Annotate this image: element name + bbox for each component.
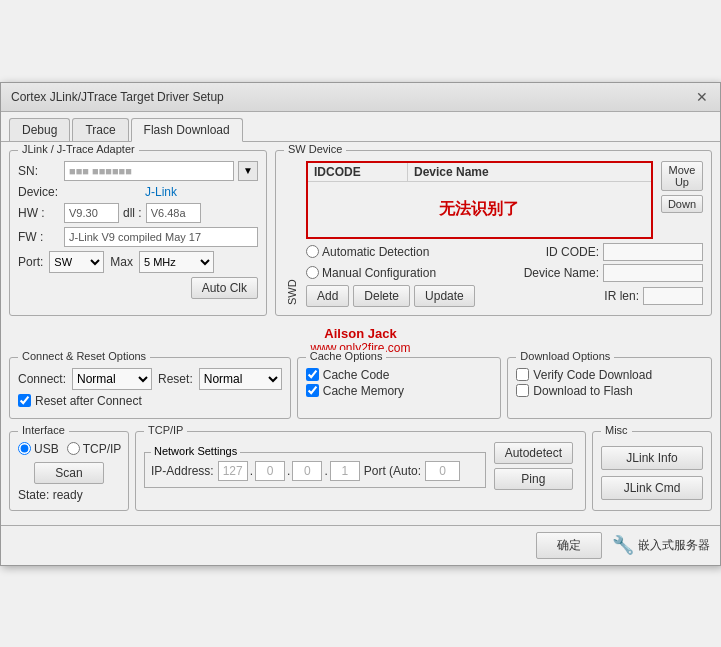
interface-radio-row: USB TCP/IP xyxy=(18,442,120,456)
download-to-flash-label: Download to Flash xyxy=(533,384,632,398)
connect-reset-label: Connect & Reset Options xyxy=(18,350,150,362)
close-button[interactable]: ✕ xyxy=(694,89,710,105)
connect-reset-group: Connect & Reset Options Connect: Normal … xyxy=(9,357,291,419)
jlink-cmd-button[interactable]: JLink Cmd xyxy=(601,476,703,500)
usb-radio-label[interactable]: USB xyxy=(18,442,59,456)
update-button[interactable]: Update xyxy=(414,285,475,307)
reset-select[interactable]: Normal Core Reset xyxy=(199,368,282,390)
move-buttons: MoveUp Down xyxy=(661,161,703,243)
name-col-header: Device Name xyxy=(408,163,651,181)
download-options-group: Download Options Verify Code Download Do… xyxy=(507,357,712,419)
tcpip-group: TCP/IP Network Settings IP-Address: . . xyxy=(135,431,586,511)
action-row: Add Delete Update IR len: xyxy=(306,285,703,307)
autodetect-ping-col: Autodetect Ping xyxy=(494,442,573,490)
tcpip-radio[interactable] xyxy=(67,442,80,455)
scan-btn-row: Scan xyxy=(18,462,120,484)
reset-after-connect-row: Reset after Connect xyxy=(18,394,282,408)
usb-radio[interactable] xyxy=(18,442,31,455)
device-name-label: Device Name: xyxy=(524,266,599,280)
reset-after-connect-label: Reset after Connect xyxy=(35,394,142,408)
tab-debug[interactable]: Debug xyxy=(9,118,70,141)
tab-trace[interactable]: Trace xyxy=(72,118,128,141)
ip-octet-3[interactable] xyxy=(292,461,322,481)
connect-select[interactable]: Normal Reset xyxy=(72,368,152,390)
interface-group: Interface USB TCP/IP Scan State: ready xyxy=(9,431,129,511)
scan-button[interactable]: Scan xyxy=(34,462,104,484)
state-row: State: ready xyxy=(18,488,120,502)
ip-dot-3: . xyxy=(324,464,327,478)
auto-detect-radio-label[interactable]: Automatic Detection xyxy=(306,245,429,259)
cache-options-label: Cache Options xyxy=(306,350,387,362)
tab-bar: Debug Trace Flash Download xyxy=(1,112,720,142)
fw-label: FW : xyxy=(18,230,60,244)
manual-config-row: Manual Configuration Device Name: xyxy=(306,264,703,282)
ip-octet-4[interactable] xyxy=(330,461,360,481)
ip-row: IP-Address: . . . Port (Auto: xyxy=(151,461,479,481)
ip-label: IP-Address: xyxy=(151,464,214,478)
autodetect-button[interactable]: Autodetect xyxy=(494,442,573,464)
tcpip-label: TCP/IP xyxy=(83,442,122,456)
tab-flash-download[interactable]: Flash Download xyxy=(131,118,243,142)
sn-input[interactable] xyxy=(64,161,234,181)
cache-code-row: Cache Code xyxy=(306,368,493,382)
max-select[interactable]: 5 MHz 10 MHz 1 MHz xyxy=(139,251,214,273)
move-up-button[interactable]: MoveUp xyxy=(661,161,703,191)
auto-detect-radio[interactable] xyxy=(306,245,319,258)
download-to-flash-checkbox[interactable] xyxy=(516,384,529,397)
ip-field: . . . xyxy=(218,461,360,481)
sw-device-group: SW Device SWD IDCODE Device Name xyxy=(275,150,712,316)
cache-memory-checkbox[interactable] xyxy=(306,384,319,397)
device-name-input[interactable] xyxy=(603,264,703,282)
device-value: J-Link xyxy=(64,185,258,199)
ip-octet-2[interactable] xyxy=(255,461,285,481)
manual-config-radio-label[interactable]: Manual Configuration xyxy=(306,266,436,280)
network-settings-label: Network Settings xyxy=(151,445,240,457)
ping-button[interactable]: Ping xyxy=(494,468,573,490)
footer-logo: 🔧 嵌入式服务器 xyxy=(612,534,710,556)
port-select[interactable]: SW JTAG xyxy=(49,251,104,273)
cache-options-group: Cache Options Cache Code Cache Memory xyxy=(297,357,502,419)
misc-group: Misc JLink Info JLink Cmd xyxy=(592,431,712,511)
port-input[interactable] xyxy=(425,461,460,481)
download-options-label: Download Options xyxy=(516,350,614,362)
no-device-text: 无法识别了 xyxy=(439,199,519,220)
auto-detect-label: Automatic Detection xyxy=(322,245,429,259)
id-code-input[interactable] xyxy=(603,243,703,261)
footer-logo-text: 嵌入式服务器 xyxy=(638,537,710,554)
title-bar: Cortex JLink/JTrace Target Driver Setup … xyxy=(1,83,720,112)
sn-dropdown[interactable]: ▼ xyxy=(238,161,258,181)
device-table-body: 无法识别了 xyxy=(308,182,651,237)
sw-right: IDCODE Device Name 无法识别了 MoveUp Down xyxy=(306,161,703,307)
window-title: Cortex JLink/JTrace Target Driver Setup xyxy=(11,90,224,104)
fw-row: FW : xyxy=(18,227,258,247)
confirm-button[interactable]: 确定 xyxy=(536,532,602,559)
reset-after-connect-checkbox[interactable] xyxy=(18,394,31,407)
verify-code-checkbox[interactable] xyxy=(516,368,529,381)
cache-memory-row: Cache Memory xyxy=(306,384,493,398)
interface-group-label: Interface xyxy=(18,424,69,436)
ir-len-input[interactable] xyxy=(643,287,703,305)
verify-code-label: Verify Code Download xyxy=(533,368,652,382)
sw-device-group-label: SW Device xyxy=(284,143,346,155)
tcpip-group-label: TCP/IP xyxy=(144,424,187,436)
max-label: Max xyxy=(110,255,133,269)
manual-config-radio[interactable] xyxy=(306,266,319,279)
auto-detect-row: Automatic Detection ID CODE: xyxy=(306,243,703,261)
options-row: Connect & Reset Options Connect: Normal … xyxy=(9,357,712,425)
dll-label: dll : xyxy=(123,206,142,220)
add-button[interactable]: Add xyxy=(306,285,349,307)
ip-dot-1: . xyxy=(250,464,253,478)
ip-octet-1[interactable] xyxy=(218,461,248,481)
hw-row: HW : dll : xyxy=(18,203,258,223)
main-window: Cortex JLink/JTrace Target Driver Setup … xyxy=(0,82,721,566)
id-code-label: ID CODE: xyxy=(546,245,599,259)
cache-code-checkbox[interactable] xyxy=(306,368,319,381)
usb-label: USB xyxy=(34,442,59,456)
delete-button[interactable]: Delete xyxy=(353,285,410,307)
move-down-button[interactable]: Down xyxy=(661,195,703,213)
tcpip-radio-label[interactable]: TCP/IP xyxy=(67,442,122,456)
jlink-info-button[interactable]: JLink Info xyxy=(601,446,703,470)
content-area: JLink / J-Trace Adapter SN: ▼ Device: J-… xyxy=(1,142,720,525)
verify-code-row: Verify Code Download xyxy=(516,368,703,382)
auto-clk-button[interactable]: Auto Clk xyxy=(191,277,258,299)
